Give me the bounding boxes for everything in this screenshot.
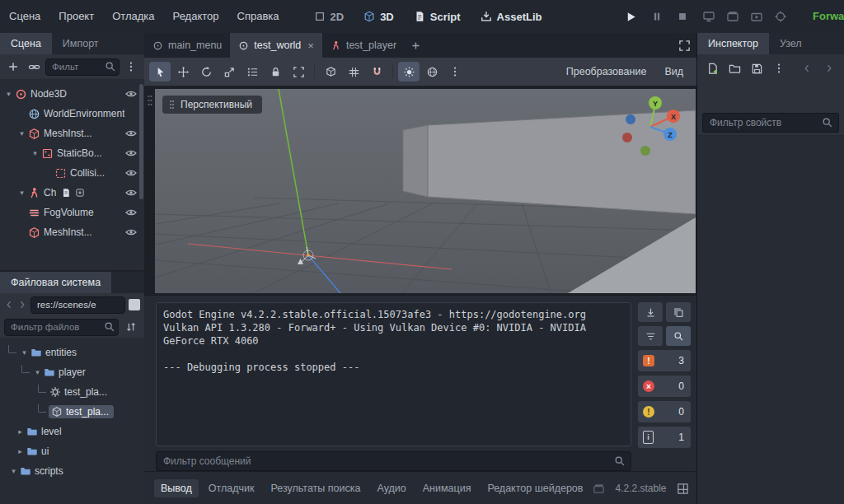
file-row[interactable]: entities (0, 343, 144, 362)
save-resource-button[interactable] (748, 59, 765, 77)
gizmo-neg-z-dot[interactable] (626, 114, 635, 124)
expand-bottom-panel-icon[interactable] (677, 483, 689, 495)
file-row[interactable]: player (0, 362, 144, 382)
attached-script-icon[interactable] (61, 188, 71, 198)
menu-scene[interactable]: Сцена (0, 0, 49, 33)
collapse-chevron-icon[interactable] (15, 447, 26, 455)
collapse-chevron-icon[interactable] (32, 368, 43, 376)
tab-inspector[interactable]: Инспектор (697, 33, 769, 54)
messages-badge[interactable]: 1 (638, 427, 691, 448)
gizmo-neg-x-dot[interactable] (622, 133, 632, 142)
collapse-chevron-icon[interactable] (19, 348, 30, 357)
stop-button[interactable] (677, 11, 688, 22)
tab-filesystem[interactable]: Файловая система (0, 272, 111, 293)
bottom-tab-output[interactable]: Вывод (154, 479, 199, 497)
history-back-button[interactable] (799, 59, 815, 77)
file-row[interactable]: level (0, 422, 144, 441)
visibility-eye-icon[interactable] (125, 189, 137, 197)
collapse-chevron-icon[interactable] (16, 129, 27, 138)
toggle-split-button[interactable] (129, 299, 140, 310)
scene-node-row[interactable]: MeshInst... (0, 222, 144, 242)
file-row[interactable]: scripts (0, 461, 144, 481)
file-sort-button[interactable] (122, 318, 140, 336)
distraction-free-button[interactable] (672, 33, 696, 58)
tab-import[interactable]: Импорт (52, 33, 110, 54)
mode-assetlib-button[interactable]: AssetLib (475, 6, 548, 27)
lock-button[interactable] (265, 62, 286, 82)
snap-button[interactable] (366, 62, 387, 82)
show-search-button[interactable] (666, 326, 691, 346)
warnings-badge[interactable]: 0 (638, 401, 691, 422)
menu-project[interactable]: Проект (49, 0, 103, 33)
instance-scene-button[interactable] (25, 58, 43, 76)
scene-tab-main-menu[interactable]: main_menu (144, 33, 230, 58)
file-row[interactable]: test_pla... (0, 382, 144, 402)
select-tool-button[interactable] (149, 62, 171, 82)
scene-node-row[interactable]: WorldEnvironment (0, 104, 144, 124)
scene-node-row[interactable]: Ch (0, 183, 144, 203)
errors-warnings-badge[interactable]: 3 (638, 350, 691, 371)
move-tool-button[interactable] (172, 62, 194, 82)
rotate-tool-button[interactable] (195, 62, 217, 82)
visibility-eye-icon[interactable] (125, 169, 137, 177)
pause-button[interactable] (651, 11, 663, 22)
renderer-selector[interactable]: Forward+ (813, 0, 844, 33)
file-row[interactable]: ui (0, 441, 144, 461)
bottom-tab-shader-editor[interactable]: Редактор шейдеров (481, 479, 589, 497)
resource-menu-button[interactable] (771, 59, 787, 77)
movie-maker-icon[interactable] (774, 10, 787, 23)
play-scene-icon[interactable] (726, 10, 739, 23)
visibility-eye-icon[interactable] (125, 208, 137, 217)
visibility-eye-icon[interactable] (125, 90, 137, 98)
viewport-3d[interactable]: Y X Z Перспективный (144, 86, 696, 295)
preview-menu-button[interactable] (444, 62, 466, 82)
scale-tool-button[interactable] (218, 62, 240, 82)
scene-node-row[interactable]: StaticBo... (0, 143, 144, 163)
tab-scene[interactable]: Сцена (0, 33, 52, 54)
bottom-tab-debugger[interactable]: Отладчик (202, 479, 261, 497)
collapse-chevron-icon[interactable] (15, 427, 26, 436)
snap-grid-button[interactable] (343, 62, 364, 82)
bottom-tab-search-results[interactable]: Результаты поиска (264, 479, 367, 497)
scene-node-row[interactable]: Node3D (0, 84, 144, 104)
inspector-properties-area[interactable] (697, 135, 844, 504)
collapse-chevron-icon[interactable] (3, 90, 14, 98)
view-perspective-menu[interactable]: Перспективный (162, 96, 262, 114)
load-resource-button[interactable] (726, 59, 743, 77)
view-menu[interactable]: Вид (656, 66, 692, 77)
copy-log-button[interactable] (666, 302, 691, 322)
play-custom-scene-icon[interactable] (750, 10, 763, 23)
collapse-chevron-icon[interactable] (30, 149, 40, 157)
history-back-icon[interactable] (4, 300, 14, 310)
menu-help[interactable]: Справка (228, 0, 288, 33)
preview-sun-button[interactable] (398, 62, 420, 82)
viewport-render[interactable]: Y X Z (155, 89, 696, 293)
play-button[interactable] (625, 11, 637, 23)
message-filter-input[interactable] (156, 451, 631, 471)
local-space-button[interactable] (320, 62, 341, 82)
visibility-eye-icon[interactable] (125, 129, 137, 138)
file-row[interactable]: test_pla... (0, 402, 144, 422)
mode-script-button[interactable]: Script (408, 6, 467, 27)
scene-node-row[interactable]: Collisi... (0, 163, 144, 183)
property-filter-input[interactable] (702, 113, 839, 133)
mode-2d-button[interactable]: 2D (308, 6, 350, 27)
menu-debug[interactable]: Отладка (103, 0, 163, 33)
scene-dock-menu-button[interactable] (122, 58, 140, 76)
new-resource-button[interactable] (704, 59, 720, 77)
scene-tab-test-player[interactable]: test_player (322, 33, 405, 58)
tab-node[interactable]: Узел (769, 33, 813, 54)
scene-tree-scrollbar[interactable] (139, 84, 143, 199)
collapse-chevron-icon[interactable] (16, 189, 27, 197)
history-forward-button[interactable] (821, 59, 837, 77)
menu-editor[interactable]: Редактор (164, 0, 228, 33)
collapse-chevron-icon[interactable] (8, 467, 19, 475)
dock-grip-icon[interactable] (147, 94, 153, 107)
new-scene-tab-button[interactable] (405, 33, 426, 58)
output-console[interactable]: Godot Engine v4.2.2.stable.official.1507… (156, 302, 631, 446)
scene-tab-test-world[interactable]: test_world (230, 33, 322, 58)
history-forward-icon[interactable] (17, 300, 27, 310)
mode-3d-button[interactable]: 3D (358, 6, 400, 27)
scene-node-row[interactable]: FogVolume (0, 203, 144, 222)
current-path-input[interactable] (30, 296, 125, 314)
